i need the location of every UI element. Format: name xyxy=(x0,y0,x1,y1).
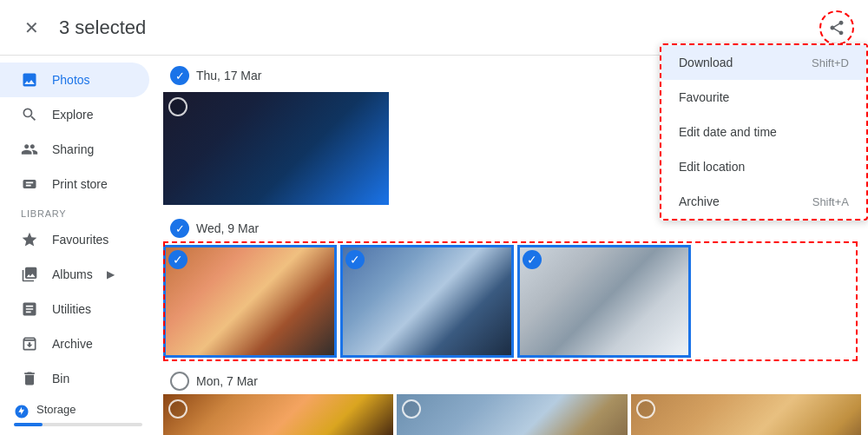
favourites-icon xyxy=(21,231,38,248)
photo-mirror-sunset[interactable]: ✓ xyxy=(163,245,337,358)
sidebar-item-photos[interactable]: Photos xyxy=(0,63,149,97)
share-button[interactable] xyxy=(819,10,854,45)
dropdown-download[interactable]: Download Shift+D xyxy=(661,45,866,80)
print-store-label: Print store xyxy=(52,177,108,191)
photo-mirror-large-3[interactable] xyxy=(631,394,861,435)
date-section-wed-9-mar: ✓ Wed, 9 Mar ✓ ✓ ✓ xyxy=(163,215,861,361)
close-button[interactable]: ✕ xyxy=(14,10,49,45)
sidebar-item-archive[interactable]: Archive xyxy=(0,326,149,361)
photo-mirror-large-1[interactable] xyxy=(163,394,393,435)
library-section-label: LIBRARY xyxy=(0,201,156,222)
wed-date-label: Wed, 9 Mar xyxy=(196,221,259,235)
storage-bar-fill xyxy=(14,423,43,426)
photos-icon xyxy=(21,71,38,89)
archive-label: Archive xyxy=(679,194,720,208)
selected-count: 3 selected xyxy=(59,16,146,39)
archive-icon xyxy=(21,335,38,353)
sidebar-item-sharing[interactable]: Sharing xyxy=(0,132,149,167)
photos-label: Photos xyxy=(52,73,90,87)
dropdown-edit-location[interactable]: Edit location xyxy=(661,149,866,184)
sidebar-item-utilities[interactable]: Utilities xyxy=(0,292,149,326)
photo-app-screenshot[interactable] xyxy=(163,92,389,205)
download-shortcut: Shift+D xyxy=(812,56,849,69)
photo-mirror-blue[interactable]: ✓ xyxy=(340,245,514,358)
albums-icon xyxy=(21,266,38,283)
photo-mirror-large-2[interactable] xyxy=(397,394,627,435)
bin-label: Bin xyxy=(52,372,69,386)
wed-check[interactable]: ✓ xyxy=(170,219,189,238)
wed-photo-grid: ✓ ✓ ✓ xyxy=(163,241,861,361)
dropdown-favourite[interactable]: Favourite xyxy=(661,80,866,115)
archive-nav-label: Archive xyxy=(52,337,93,351)
utilities-icon xyxy=(21,300,38,318)
storage-bar-background xyxy=(14,423,142,426)
storage-icon xyxy=(14,404,30,419)
thu-date-label: Thu, 17 Mar xyxy=(196,69,261,82)
close-icon: ✕ xyxy=(24,17,39,38)
mon-date-label: Mon, 7 Mar xyxy=(196,374,258,388)
dropdown-edit-date-time[interactable]: Edit date and time xyxy=(661,115,866,149)
photo-snow-trees[interactable]: ✓ xyxy=(517,245,691,358)
share-icon xyxy=(828,19,845,36)
dropdown-archive[interactable]: Archive Shift+A xyxy=(661,184,866,219)
print-store-icon xyxy=(21,175,38,193)
explore-label: Explore xyxy=(52,108,93,122)
albums-expand-icon: ▶ xyxy=(107,268,115,280)
header-actions: Download Shift+D Favourite Edit date and… xyxy=(819,10,854,45)
storage-section: Storage 316.3 MB of 15 GB used xyxy=(0,396,156,435)
edit-date-time-label: Edit date and time xyxy=(679,125,777,139)
mon-check[interactable] xyxy=(170,372,189,391)
select-check-blue: ✓ xyxy=(345,250,365,269)
date-section-mon-7-mar: Mon, 7 Mar xyxy=(163,368,861,435)
explore-icon xyxy=(21,106,38,123)
select-check-sunset: ✓ xyxy=(168,250,187,269)
albums-label: Albums xyxy=(52,267,93,281)
storage-label: Storage xyxy=(36,403,76,416)
utilities-label: Utilities xyxy=(52,302,91,316)
date-header-mon: Mon, 7 Mar xyxy=(163,368,861,394)
sidebar-item-print-store[interactable]: Print store xyxy=(0,167,149,201)
select-circle-lg1 xyxy=(168,399,187,419)
mon-photo-grid xyxy=(163,394,861,435)
header: ✕ 3 selected Download Shift+D Favourite … xyxy=(0,0,868,56)
favourites-label: Favourites xyxy=(52,233,108,247)
sidebar: Photos Explore Sharing Print store LIBRA… xyxy=(0,56,156,435)
thu-check[interactable]: ✓ xyxy=(170,66,189,85)
select-circle-app xyxy=(168,97,187,116)
sidebar-item-favourites[interactable]: Favourites xyxy=(0,222,149,257)
archive-shortcut: Shift+A xyxy=(812,195,849,208)
sidebar-item-explore[interactable]: Explore xyxy=(0,97,149,132)
sharing-icon xyxy=(21,141,38,158)
favourite-label: Favourite xyxy=(679,90,729,104)
sidebar-item-albums[interactable]: Albums ▶ xyxy=(0,257,149,292)
select-check-snow: ✓ xyxy=(523,250,542,269)
sharing-label: Sharing xyxy=(52,142,94,156)
bin-icon xyxy=(21,370,38,387)
edit-location-label: Edit location xyxy=(679,160,745,174)
sidebar-item-bin[interactable]: Bin xyxy=(0,361,149,396)
download-label: Download xyxy=(679,56,733,69)
select-circle-lg3 xyxy=(636,399,655,419)
dropdown-menu: Download Shift+D Favourite Edit date and… xyxy=(660,43,868,221)
